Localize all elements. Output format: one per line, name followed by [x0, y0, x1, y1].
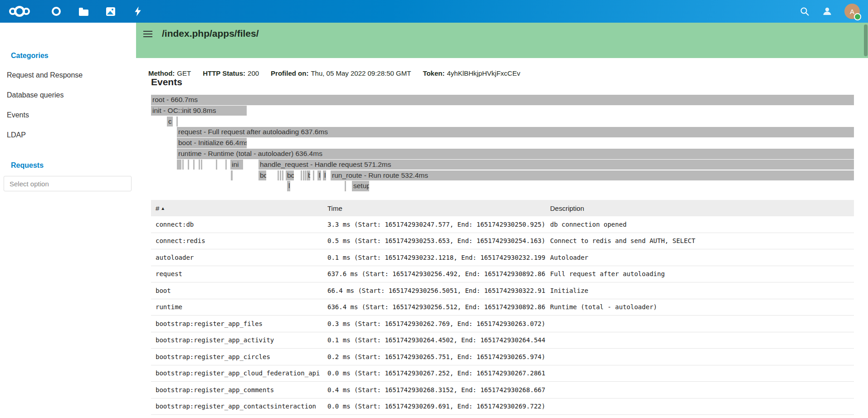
- table-cell: Connect to redis and send AUTH, SELECT: [546, 233, 854, 249]
- timeline-bar: [177, 160, 181, 170]
- table-cell: connect:redis: [151, 233, 323, 249]
- table-cell: 0.1 ms (Start: 1651742930264.4502, End: …: [323, 332, 546, 349]
- request-url-title: /index.php/apps/files/: [162, 28, 259, 39]
- table-cell: bootstrap:register_app_circles: [151, 349, 323, 365]
- timeline-bar: c: [167, 117, 173, 127]
- table-cell: [546, 349, 854, 365]
- column-header-description[interactable]: Description: [546, 200, 854, 216]
- search-icon: [800, 6, 809, 16]
- column-header-number[interactable]: #▲: [151, 200, 323, 216]
- table-cell: 0.1 ms (Start: 1651742930232.1218, End: …: [323, 249, 546, 266]
- sidebar-item-events[interactable]: Events: [7, 111, 29, 119]
- table-cell: [546, 398, 854, 415]
- profiled-on-field: Profiled on:Thu, 05 May 2022 09:28:50 GM…: [271, 69, 411, 77]
- requests-select[interactable]: Select option: [4, 176, 132, 191]
- table-cell: 0.4 ms (Start: 1651742930268.3152, End: …: [323, 382, 546, 399]
- table-row: autoloader0.1 ms (Start: 1651742930232.1…: [151, 249, 854, 266]
- topbar: A: [0, 0, 868, 23]
- status-dot: [854, 13, 861, 20]
- timeline-bar: bo: [258, 170, 266, 181]
- timeline-bar: [199, 160, 200, 170]
- sidebar: Categories Request and Response Database…: [0, 23, 136, 418]
- timeline-bar: [225, 160, 227, 170]
- table-row: bootstrap:register_app_cloud_federation_…: [151, 365, 854, 382]
- logo-circle-middle: [14, 6, 25, 17]
- timeline-bar: handle_request - Handle request 571.2ms: [258, 160, 854, 170]
- hamburger-menu-icon[interactable]: [143, 31, 152, 37]
- timeline-bar: [201, 160, 202, 170]
- sidebar-item-database-queries[interactable]: Database queries: [7, 91, 63, 99]
- table-cell: Initialize: [546, 282, 854, 299]
- timeline-bar: [231, 170, 233, 181]
- table-cell: 0.0 ms (Start: 1651742930269.691, End: 1…: [323, 398, 546, 415]
- table-cell: autoloader: [151, 249, 323, 266]
- table-row: bootstrap:register_app_activity0.1 ms (S…: [151, 332, 854, 349]
- timeline-bar: boot - Initialize 66.4ms: [177, 138, 247, 148]
- search-button[interactable]: [799, 6, 810, 17]
- circle-icon: [52, 7, 61, 16]
- timeline-bar: ini: [230, 160, 243, 170]
- table-cell: 0.3 ms (Start: 1651742930262.769, End: 1…: [323, 316, 546, 332]
- nextcloud-logo-icon[interactable]: [9, 6, 30, 17]
- table-cell: 637.6 ms (Start: 1651742930256.492, End:…: [323, 266, 546, 282]
- column-header-time[interactable]: Time: [323, 200, 546, 216]
- request-header: /index.php/apps/files/ Method:GET HTTP S…: [136, 23, 868, 58]
- timeline-bar: [278, 170, 279, 181]
- table-row: boot66.4 ms (Start: 1651742930256.5051, …: [151, 282, 854, 299]
- table-cell: Autoloader: [546, 249, 854, 266]
- table-cell: 636.4 ms (Start: 1651742930256.512, End:…: [323, 299, 546, 316]
- sidebar-item-ldap[interactable]: LDAP: [7, 131, 26, 139]
- timeline-bar: [280, 170, 281, 181]
- table-cell: 0.2 ms (Start: 1651742930265.751, End: 1…: [323, 349, 546, 365]
- table-cell: 66.4 ms (Start: 1651742930256.5051, End:…: [323, 282, 546, 299]
- table-cell: runtime: [151, 299, 323, 316]
- timeline-bar: [301, 170, 302, 181]
- contacts-person-icon: [822, 6, 833, 17]
- timeline-bar: [303, 170, 304, 181]
- sort-ascending-icon: ▲: [161, 206, 165, 211]
- timeline-bar: [313, 170, 314, 181]
- table-row: request637.6 ms (Start: 1651742930256.49…: [151, 266, 854, 282]
- timeline-bar: request - Full request after autoloading…: [177, 127, 854, 137]
- timeline-bar: l: [287, 181, 290, 191]
- files-app-icon[interactable]: [78, 6, 89, 17]
- timeline-bar: [216, 160, 217, 170]
- select-placeholder: Select option: [10, 180, 49, 188]
- timeline-bar: runtime - Runtime (total - autoloader) 6…: [177, 149, 854, 159]
- timeline-bar: [282, 170, 283, 181]
- timeline-bar: [176, 117, 178, 127]
- topbar-right: A: [799, 4, 860, 19]
- sidebar-item-request-and-response[interactable]: Request and Response: [7, 71, 83, 79]
- timeline-bar: b: [307, 170, 310, 181]
- table-row: bootstrap:register_app_files0.3 ms (Star…: [151, 316, 854, 332]
- timeline-bar: [188, 160, 189, 170]
- timeline-bar: run_route - Run route 532.4ms: [331, 170, 854, 181]
- table-cell: [546, 382, 854, 399]
- events-table-body: connect:db3.3 ms (Start: 1651742930247.5…: [151, 216, 854, 415]
- profiler-app-icon[interactable]: [51, 6, 62, 17]
- table-cell: db connection opened: [546, 216, 854, 233]
- avatar[interactable]: A: [844, 4, 860, 19]
- vertical-scrollbar-thumb[interactable]: [864, 24, 868, 56]
- table-cell: bootstrap:register_app_comments: [151, 382, 323, 399]
- table-cell: [546, 332, 854, 349]
- timeline-bar: l: [317, 170, 321, 181]
- table-cell: Full request after autoloading: [546, 266, 854, 282]
- table-row: connect:redis0.5 ms (Start: 165174293025…: [151, 233, 854, 249]
- table-row: runtime636.4 ms (Start: 1651742930256.51…: [151, 299, 854, 316]
- avatar-letter: A: [850, 8, 854, 15]
- table-cell: 0.5 ms (Start: 1651742930253.653, End: 1…: [323, 233, 546, 249]
- lightning-bolt-icon: [134, 6, 141, 16]
- table-cell: bootstrap:register_app_activity: [151, 332, 323, 349]
- activity-app-icon[interactable]: [132, 6, 143, 17]
- events-timeline: root - 660.7msinit - OC::init 90.8mscreq…: [151, 95, 854, 193]
- table-row: bootstrap:register_app_contactsinteracti…: [151, 398, 854, 415]
- timeline-bar: l: [323, 170, 326, 181]
- timeline-bar: init - OC::init 90.8ms: [151, 106, 247, 116]
- timeline-bar: [193, 160, 195, 170]
- table-header-row: #▲ Time Description: [151, 200, 854, 216]
- contacts-button[interactable]: [822, 6, 833, 17]
- photos-app-icon[interactable]: [105, 6, 116, 17]
- requests-heading: Requests: [11, 161, 44, 170]
- events-table: #▲ Time Description connect:db3.3 ms (St…: [151, 200, 854, 415]
